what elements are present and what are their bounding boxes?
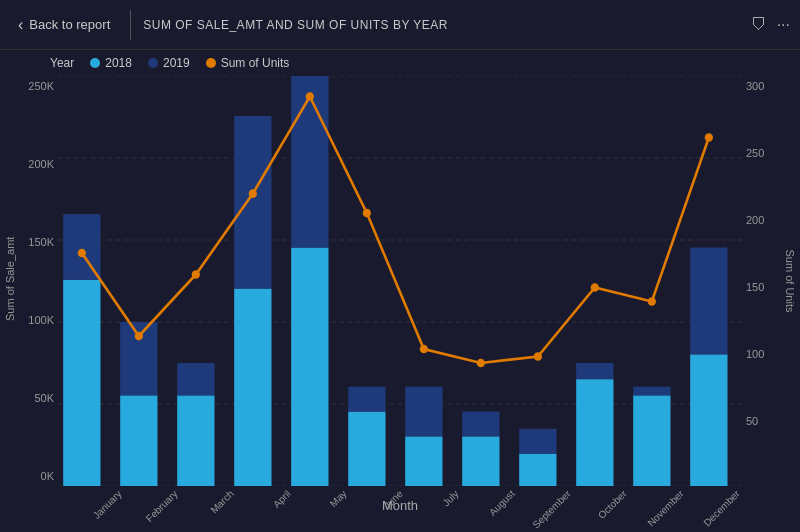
legend-label-2018: 2018 [105, 56, 132, 70]
svg-point-40 [648, 297, 656, 306]
header: ‹ Back to report SUM OF SALE_AMT AND SUM… [0, 0, 800, 50]
svg-rect-6 [63, 280, 100, 486]
y-axis-left: 250K 200K 150K 100K 50K 0K [20, 76, 58, 486]
y-axis-right: 300 250 200 150 100 50 [742, 76, 780, 486]
header-icons: ⛉ ··· [751, 16, 790, 34]
svg-rect-15 [291, 76, 328, 248]
legend-label-units: Sum of Units [221, 56, 290, 70]
y-axis-left-label: Sum of Sale_amt [4, 241, 16, 321]
legend-year-label: Year [50, 56, 74, 70]
more-icon[interactable]: ··· [777, 16, 790, 34]
svg-rect-13 [234, 116, 271, 289]
svg-rect-29 [690, 248, 727, 355]
svg-rect-27 [633, 387, 670, 396]
y-axis-right-label: Sum of Units [784, 250, 796, 313]
svg-point-41 [705, 133, 713, 142]
legend-dot-units [206, 58, 216, 68]
back-label: Back to report [29, 17, 110, 32]
svg-rect-28 [690, 354, 727, 486]
svg-rect-24 [576, 379, 613, 486]
svg-rect-14 [291, 248, 328, 486]
svg-point-32 [192, 270, 200, 279]
svg-rect-17 [348, 387, 385, 412]
legend: Year 2018 2019 Sum of Units [0, 50, 800, 76]
svg-point-30 [78, 249, 86, 258]
svg-rect-23 [519, 429, 556, 454]
svg-point-35 [363, 209, 371, 218]
svg-rect-26 [633, 395, 670, 486]
svg-rect-25 [576, 363, 613, 379]
svg-point-36 [420, 345, 428, 354]
legend-item-2019: 2019 [148, 56, 190, 70]
filter-icon[interactable]: ⛉ [751, 16, 767, 34]
svg-rect-8 [120, 395, 157, 486]
legend-dot-2018 [90, 58, 100, 68]
svg-rect-21 [462, 412, 499, 437]
svg-point-31 [135, 332, 143, 341]
back-button[interactable]: ‹ Back to report [10, 12, 118, 38]
svg-point-39 [591, 283, 599, 292]
legend-dot-2019 [148, 58, 158, 68]
legend-item-2018: 2018 [90, 56, 132, 70]
svg-rect-11 [177, 363, 214, 395]
svg-rect-18 [405, 436, 442, 486]
svg-rect-10 [177, 395, 214, 486]
svg-point-37 [477, 359, 485, 368]
back-arrow-icon: ‹ [18, 16, 23, 34]
svg-point-38 [534, 352, 542, 361]
svg-point-33 [249, 189, 257, 198]
header-divider [130, 10, 131, 40]
legend-label-2019: 2019 [163, 56, 190, 70]
svg-point-34 [306, 92, 314, 101]
svg-rect-19 [405, 387, 442, 437]
svg-rect-22 [519, 454, 556, 486]
chart-title: SUM OF SALE_AMT AND SUM OF UNITS BY YEAR [143, 18, 448, 32]
legend-item-units: Sum of Units [206, 56, 290, 70]
svg-rect-16 [348, 412, 385, 486]
svg-rect-12 [234, 289, 271, 486]
chart-svg [58, 76, 742, 486]
svg-rect-20 [462, 436, 499, 486]
